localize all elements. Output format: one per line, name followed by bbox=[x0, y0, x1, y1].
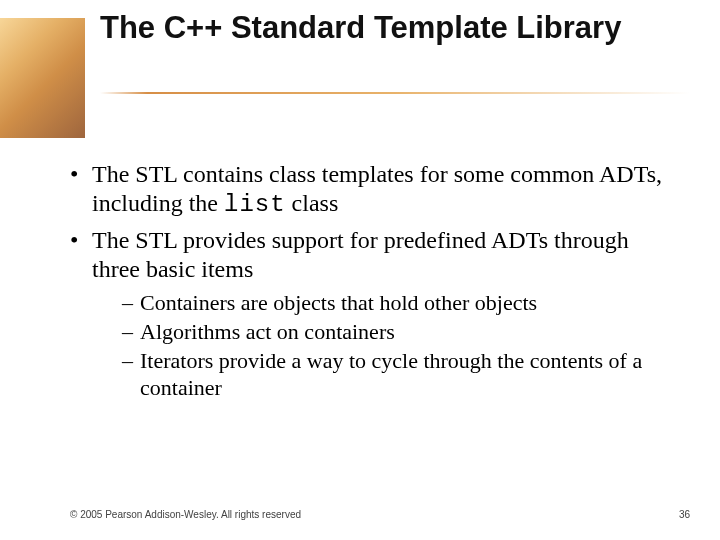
header: The C++ Standard Template Library bbox=[0, 10, 720, 100]
slide: The C++ Standard Template Library The ST… bbox=[0, 0, 720, 540]
slide-title: The C++ Standard Template Library bbox=[100, 10, 690, 47]
sub-bullet-item: Iterators provide a way to cycle through… bbox=[122, 348, 670, 402]
bullet-item: The STL provides support for predefined … bbox=[70, 226, 670, 402]
copyright-text: © 2005 Pearson Addison-Wesley. All right… bbox=[70, 509, 301, 520]
title-underline bbox=[100, 92, 690, 94]
sub-bullet-list: Containers are objects that hold other o… bbox=[92, 290, 670, 401]
bullet-item: The STL contains class templates for som… bbox=[70, 160, 670, 220]
sub-bullet-item: Algorithms act on containers bbox=[122, 319, 670, 346]
body: The STL contains class templates for som… bbox=[70, 160, 670, 407]
page-number: 36 bbox=[679, 509, 690, 520]
bullet-text-post: class bbox=[286, 190, 339, 216]
code-literal: list bbox=[224, 191, 286, 218]
bullet-text-pre: The STL contains class templates for som… bbox=[92, 161, 662, 216]
footer: © 2005 Pearson Addison-Wesley. All right… bbox=[70, 509, 690, 520]
bullet-text: The STL provides support for predefined … bbox=[92, 227, 629, 282]
sub-bullet-item: Containers are objects that hold other o… bbox=[122, 290, 670, 317]
bullet-list: The STL contains class templates for som… bbox=[70, 160, 670, 401]
